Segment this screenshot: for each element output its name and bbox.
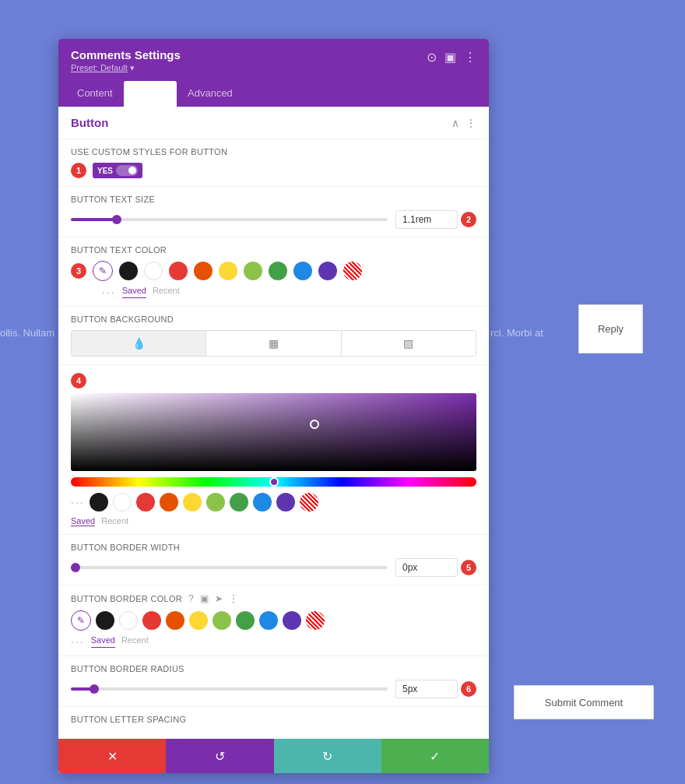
submit-comment-button[interactable]: Submit Comment	[514, 685, 654, 719]
border-radius-input[interactable]	[395, 680, 458, 698]
color-yellow[interactable]	[219, 262, 237, 280]
border-color-red[interactable]	[142, 611, 161, 630]
border-color-cursor-icon[interactable]: ➤	[215, 593, 223, 604]
border-color-yellow[interactable]	[189, 611, 208, 630]
color-black[interactable]	[119, 262, 138, 280]
more-icon[interactable]: ⋮	[464, 50, 476, 65]
color-expanded-area: 4 ···	[58, 365, 489, 535]
reset-button[interactable]: ↺	[166, 739, 273, 773]
settings-panel: Comments Settings Preset: Default ▾ ⊙ ▣ …	[58, 39, 489, 773]
color-clear[interactable]	[343, 262, 362, 280]
bg-color-black[interactable]	[90, 493, 108, 512]
color-tab-recent[interactable]: Recent	[153, 286, 180, 298]
cancel-button[interactable]: ✕	[58, 739, 166, 773]
use-custom-styles-row: Use Custom Styles For Button 1 YES	[58, 139, 489, 187]
reply-button[interactable]: Reply	[578, 304, 643, 353]
tab-content[interactable]: Content	[66, 81, 124, 107]
bg-color-more[interactable]: ···	[71, 496, 85, 508]
color-spectrum[interactable]	[71, 393, 476, 471]
bg-gradient-option[interactable]: ▦	[206, 331, 341, 356]
border-color-purple[interactable]	[283, 611, 301, 630]
bg-color-clear[interactable]	[300, 493, 318, 512]
settings-icon[interactable]: ⊙	[427, 50, 437, 65]
hue-slider[interactable]	[71, 477, 476, 487]
bg-recent-tab[interactable]: Recent	[101, 516, 128, 526]
button-letter-spacing-row: Button Letter Spacing	[58, 707, 489, 739]
border-color-picker-row: ✎	[71, 610, 476, 631]
bg-color-option[interactable]: 💧	[72, 331, 206, 356]
bg-image-option[interactable]: ▨	[342, 331, 476, 356]
border-color-white[interactable]	[119, 611, 138, 630]
toggle-track	[116, 165, 138, 176]
section-more-icon[interactable]: ⋮	[465, 117, 476, 129]
border-color-question[interactable]: ?	[188, 593, 194, 604]
color-tab-saved[interactable]: Saved	[122, 286, 146, 298]
text-size-slider-track[interactable]	[71, 218, 388, 221]
confirm-button[interactable]: ✓	[381, 739, 489, 773]
section-header: Button ∧ ⋮	[58, 107, 489, 139]
action-bar: ✕ ↺ ↻ ✓	[58, 739, 489, 773]
toggle-yes-label: YES	[97, 167, 113, 175]
hue-thumb	[269, 477, 279, 487]
bg-color-yellow[interactable]	[183, 493, 202, 512]
border-color-phone-icon[interactable]: ▣	[200, 593, 209, 604]
border-color-light-green[interactable]	[213, 611, 231, 630]
tab-design[interactable]: Design	[124, 81, 177, 107]
border-color-more[interactable]: ···	[71, 635, 85, 648]
button-border-color-row: Button Border Color ? ▣ ➤ ⋮ ✎ ···	[58, 585, 489, 656]
button-text-size-label: Button Text Size	[71, 195, 476, 204]
border-color-blue[interactable]	[259, 611, 278, 630]
border-width-slider-track[interactable]	[71, 566, 388, 569]
color-white[interactable]	[144, 262, 163, 280]
border-recent-tab[interactable]: Recent	[121, 635, 149, 648]
color-more-dots[interactable]: ···	[102, 286, 116, 298]
text-size-input[interactable]	[395, 210, 458, 229]
border-color-black[interactable]	[96, 611, 114, 630]
step-4-row: 4	[71, 373, 476, 388]
bg-color-blue[interactable]	[253, 493, 272, 512]
color-blue[interactable]	[293, 262, 312, 280]
border-color-clear[interactable]	[306, 611, 325, 630]
border-radius-slider-row: 6	[71, 680, 476, 698]
bg-color-orange[interactable]	[160, 493, 178, 512]
panel-header-icons: ⊙ ▣ ⋮	[427, 50, 476, 65]
toggle-row: 1 YES	[71, 163, 476, 178]
color-orange[interactable]	[194, 262, 213, 280]
button-letter-spacing-label: Button Letter Spacing	[71, 715, 476, 724]
border-radius-value-group: 6	[395, 680, 476, 698]
step-badge-1: 1	[71, 163, 86, 178]
panel-header: Comments Settings Preset: Default ▾ ⊙ ▣ …	[58, 39, 489, 81]
background-type-selector: 💧 ▦ ▨	[71, 330, 476, 357]
custom-styles-toggle[interactable]: YES	[93, 163, 142, 178]
bg-saved-tab[interactable]: Saved	[71, 516, 95, 526]
text-size-value-group: 2	[395, 210, 476, 229]
collapse-icon[interactable]: ∧	[451, 117, 459, 129]
tab-advanced[interactable]: Advanced	[177, 81, 244, 107]
button-border-radius-row: Button Border Radius 6	[58, 656, 489, 707]
border-saved-tab[interactable]: Saved	[91, 635, 115, 648]
bg-color-purple[interactable]	[276, 493, 295, 512]
border-color-label-row: Button Border Color ? ▣ ➤ ⋮	[71, 593, 476, 604]
bg-color-green[interactable]	[230, 493, 248, 512]
button-border-color-label: Button Border Color	[71, 594, 182, 603]
button-text-color-row: Button Text Color 3 ✎ ··· Saved Recent	[58, 237, 489, 307]
color-green[interactable]	[269, 262, 287, 280]
border-color-more-icon[interactable]: ⋮	[229, 593, 238, 604]
border-color-orange[interactable]	[166, 611, 184, 630]
section-header-right: ∧ ⋮	[451, 117, 476, 129]
color-purple[interactable]	[318, 262, 337, 280]
layout-icon[interactable]: ▣	[444, 50, 456, 65]
bg-color-light-green[interactable]	[206, 493, 225, 512]
toggle-thumb	[128, 167, 136, 174]
color-picker-eyedropper[interactable]: ✎	[93, 261, 113, 281]
bg-color-red[interactable]	[136, 493, 155, 512]
border-color-eyedropper[interactable]: ✎	[71, 610, 91, 631]
button-background-label: Button Background	[71, 315, 476, 324]
border-radius-slider-track[interactable]	[71, 687, 388, 691]
color-light-green[interactable]	[244, 262, 262, 280]
bg-color-white[interactable]	[113, 493, 132, 512]
redo-button[interactable]: ↻	[274, 739, 381, 773]
border-color-green[interactable]	[236, 611, 255, 630]
border-width-input[interactable]	[395, 558, 458, 577]
color-red[interactable]	[169, 262, 188, 280]
